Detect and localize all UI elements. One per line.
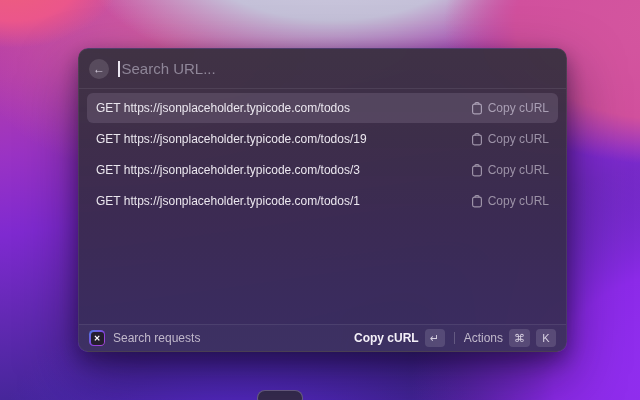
copy-curl-label: Copy cURL [488, 101, 549, 115]
footer-separator [454, 332, 455, 344]
copy-curl-label: Copy cURL [488, 194, 549, 208]
dock-peek [257, 390, 303, 400]
primary-action-label[interactable]: Copy cURL [354, 331, 419, 345]
request-row[interactable]: GET https://jsonplaceholder.typicode.com… [87, 186, 558, 216]
k-keycap: K [536, 329, 556, 347]
footer-left: ✕ Search requests [89, 330, 200, 346]
row-copy-curl: Copy cURL [471, 132, 549, 146]
clipboard-icon [471, 133, 483, 146]
command-palette-window: ← GET https://jsonplaceholder.typicode.c… [78, 48, 567, 352]
search-input[interactable] [120, 60, 557, 77]
extension-icon: ✕ [89, 330, 105, 346]
row-copy-curl: Copy cURL [471, 101, 549, 115]
search-header: ← [79, 49, 566, 89]
command-name: Search requests [113, 331, 200, 345]
extension-icon-glyph: ✕ [91, 332, 104, 345]
request-method-url: GET https://jsonplaceholder.typicode.com… [96, 132, 367, 146]
request-method-url: GET https://jsonplaceholder.typicode.com… [96, 101, 350, 115]
request-list: GET https://jsonplaceholder.typicode.com… [79, 89, 566, 324]
cmd-keycap: ⌘ [509, 329, 530, 347]
footer-right: Copy cURL ↵ Actions ⌘ K [354, 329, 556, 347]
actions-label[interactable]: Actions [464, 331, 503, 345]
copy-curl-label: Copy cURL [488, 163, 549, 177]
clipboard-icon [471, 195, 483, 208]
desktop-wallpaper: ← GET https://jsonplaceholder.typicode.c… [0, 0, 640, 400]
clipboard-icon [471, 164, 483, 177]
back-button[interactable]: ← [89, 59, 109, 79]
request-row[interactable]: GET https://jsonplaceholder.typicode.com… [87, 124, 558, 154]
footer-bar: ✕ Search requests Copy cURL ↵ Actions ⌘ … [79, 324, 566, 351]
row-copy-curl: Copy cURL [471, 163, 549, 177]
copy-curl-label: Copy cURL [488, 132, 549, 146]
row-copy-curl: Copy cURL [471, 194, 549, 208]
enter-keycap: ↵ [425, 329, 445, 347]
request-method-url: GET https://jsonplaceholder.typicode.com… [96, 163, 360, 177]
clipboard-icon [471, 102, 483, 115]
request-row[interactable]: GET https://jsonplaceholder.typicode.com… [87, 93, 558, 123]
request-row[interactable]: GET https://jsonplaceholder.typicode.com… [87, 155, 558, 185]
request-method-url: GET https://jsonplaceholder.typicode.com… [96, 194, 360, 208]
